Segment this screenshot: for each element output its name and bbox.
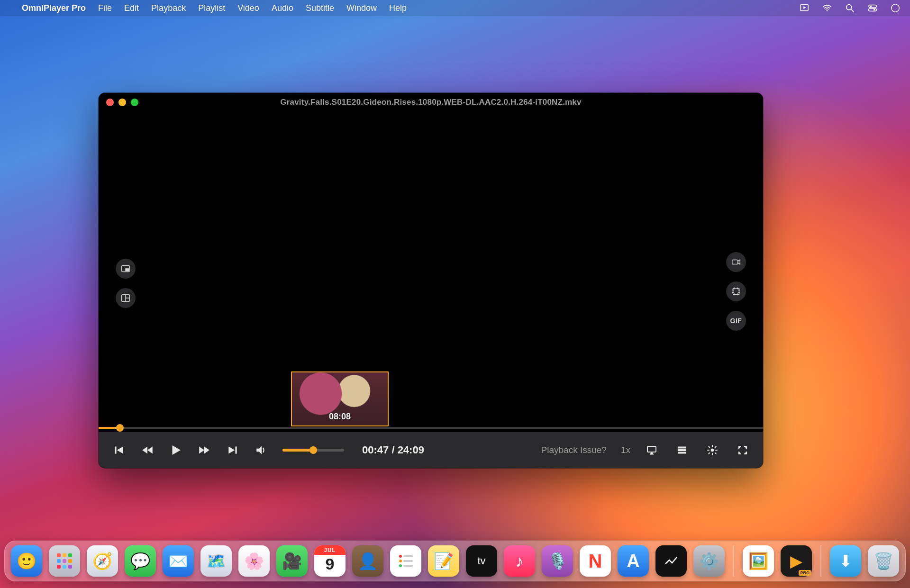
svg-rect-40 [63,565,66,569]
player-window: Gravity.Falls.S01E20.Gideon.Rises.1080p.… [99,93,763,468]
siri-icon[interactable] [890,3,901,13]
window-minimize-button[interactable] [118,99,126,106]
svg-marker-1 [803,6,806,9]
svg-rect-36 [57,559,61,563]
playback-issue-link[interactable]: Playback Issue? [541,445,607,455]
menu-file[interactable]: File [98,3,112,13]
dock-photos-icon[interactable]: 🌸 [238,545,270,577]
svg-marker-19 [142,446,147,453]
svg-rect-29 [678,447,686,448]
svg-marker-22 [199,446,204,453]
svg-rect-27 [647,446,656,452]
dock-settings-icon[interactable]: ⚙️ [693,545,725,577]
volume-icon[interactable] [254,443,268,457]
volume-knob[interactable] [309,446,317,454]
menu-video[interactable]: Video [237,3,259,13]
svg-rect-15 [732,260,738,264]
svg-rect-37 [63,559,66,563]
dock-separator-2 [820,545,821,577]
calendar-month: JUL [314,545,346,555]
next-button[interactable] [226,443,240,457]
dock-finder-icon[interactable]: 🙂 [11,545,42,577]
svg-point-8 [874,9,875,11]
play-button[interactable] [169,443,183,457]
pro-badge: PRO [799,570,811,576]
video-area[interactable]: GIF 08:08 [99,112,763,432]
dock-maps-icon[interactable]: 🗺️ [200,545,232,577]
dock-calendar-icon[interactable]: JUL 9 [314,545,346,577]
dock-launchpad-icon[interactable] [49,545,80,577]
dock-tv-icon[interactable]: tv [466,545,497,577]
menu-audio[interactable]: Audio [272,3,293,13]
dock-safari-icon[interactable]: 🧭 [87,545,118,577]
fast-forward-button[interactable] [197,443,211,457]
volume-fill [282,449,313,452]
dock-separator [733,545,734,577]
svg-point-46 [399,564,402,567]
desktop: OmniPlayer Pro File Edit Playback Playli… [0,0,910,588]
dock-podcasts-icon[interactable]: 🎙️ [542,545,573,577]
omniplayer-status-icon[interactable] [799,3,810,13]
menu-playlist[interactable]: Playlist [198,3,225,13]
svg-rect-38 [68,559,72,563]
progress-track [99,427,763,429]
svg-rect-41 [68,565,72,569]
control-center-icon[interactable] [867,3,878,13]
dock-preview-icon[interactable]: 🖼️ [743,545,774,577]
dock-trash-icon[interactable]: 🗑️ [868,545,899,577]
playback-speed-button[interactable]: 1x [621,445,630,455]
svg-rect-39 [57,565,61,569]
dock-stocks-icon[interactable] [655,545,687,577]
fullscreen-button[interactable] [736,443,750,457]
svg-point-6 [870,6,872,8]
spotlight-icon[interactable] [845,3,855,13]
menu-edit[interactable]: Edit [124,3,139,13]
progress-knob[interactable] [116,424,124,432]
menu-playback[interactable]: Playback [151,3,186,13]
svg-rect-17 [115,446,116,453]
progress-bar[interactable] [99,424,763,432]
settings-button[interactable] [705,443,719,457]
dock-contacts-icon[interactable]: 👤 [352,545,383,577]
gif-button[interactable]: GIF [726,311,746,331]
menu-help[interactable]: Help [389,3,407,13]
svg-rect-31 [678,452,686,453]
previous-button[interactable] [112,443,126,457]
dock-appstore-icon[interactable]: A [618,545,649,577]
svg-rect-33 [57,553,61,557]
svg-marker-26 [256,446,262,454]
airplay-button[interactable] [645,443,659,457]
titlebar[interactable]: Gravity.Falls.S01E20.Gideon.Rises.1080p.… [99,93,763,112]
svg-marker-23 [204,446,209,453]
dock-music-icon[interactable]: ♪ [504,545,535,577]
rewind-button[interactable] [140,443,155,457]
svg-line-4 [851,9,854,12]
dock-notes-icon[interactable]: 📝 [428,545,459,577]
svg-rect-35 [68,553,72,557]
snapshot-button[interactable] [726,281,746,301]
current-time: 00:47 [362,444,389,456]
dock-omniplayer-icon[interactable]: ▶PRO [781,545,812,577]
window-zoom-button[interactable] [131,99,138,106]
dock-messages-icon[interactable]: 💬 [125,545,156,577]
menu-window[interactable]: Window [346,3,377,13]
record-button[interactable] [726,252,746,272]
dock-reminders-icon[interactable] [390,545,421,577]
dock-facetime-icon[interactable]: 🎥 [276,545,308,577]
dock-mail-icon[interactable]: ✉️ [163,545,194,577]
svg-rect-43 [403,555,413,557]
playlist-button[interactable] [675,443,689,457]
svg-rect-16 [733,289,739,295]
dock-news-icon[interactable]: N [580,545,611,577]
menu-subtitle[interactable]: Subtitle [306,3,334,13]
pip-button[interactable] [116,259,136,279]
svg-rect-34 [63,553,66,557]
volume-slider[interactable] [282,449,344,452]
window-close-button[interactable] [106,99,114,106]
wifi-icon[interactable] [822,3,832,13]
dock-downloads-icon[interactable]: ⬇ [830,545,861,577]
menubar: OmniPlayer Pro File Edit Playback Playli… [0,0,910,16]
layout-button[interactable] [116,288,136,308]
svg-point-2 [827,10,828,11]
app-menu[interactable]: OmniPlayer Pro [22,3,86,13]
